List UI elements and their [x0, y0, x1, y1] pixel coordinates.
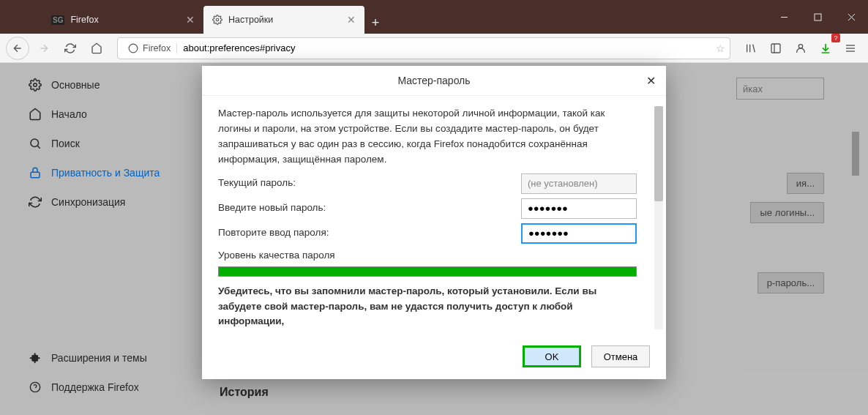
bookmark-star-icon[interactable]: ☆	[716, 42, 725, 54]
new-tab-button[interactable]: +	[364, 12, 386, 34]
menu-button[interactable]	[839, 37, 862, 60]
tab-favicon-sg: SG	[51, 15, 64, 25]
cancel-button[interactable]: Отмена	[591, 345, 650, 367]
svg-rect-2	[815, 14, 821, 20]
downloads-button[interactable]	[814, 37, 837, 60]
close-icon[interactable]: ✕	[347, 14, 356, 26]
new-password-input[interactable]	[521, 198, 637, 219]
toolbar: Firefox ☆	[0, 34, 868, 63]
master-password-dialog: Мастер-пароль ✕ Мастер-пароль использует…	[202, 66, 666, 379]
current-password-input	[521, 173, 637, 194]
close-window-button[interactable]	[834, 0, 868, 34]
sidebar-toggle-button[interactable]	[764, 37, 787, 60]
minimize-button[interactable]	[767, 0, 801, 34]
close-icon[interactable]: ✕	[646, 74, 656, 88]
dialog-footer: OK Отмена	[202, 337, 666, 379]
tab-title: Firefox	[70, 15, 98, 25]
firefox-icon	[128, 43, 138, 53]
dialog-warning: Убедитесь, что вы запомнили мастер-парол…	[218, 284, 650, 330]
dialog-description: Мастер-пароль используется для защиты не…	[218, 106, 650, 168]
dialog-scrollbar-thumb[interactable]	[654, 106, 663, 201]
quality-label: Уровень качества пароля	[218, 248, 650, 263]
new-password-label: Введите новый пароль:	[218, 201, 326, 216]
repeat-password-input[interactable]	[521, 223, 637, 244]
library-button[interactable]	[739, 37, 763, 60]
dialog-header: Мастер-пароль ✕	[202, 66, 666, 96]
forward-button[interactable]	[32, 37, 56, 60]
dialog-title: Мастер-пароль	[397, 75, 470, 86]
svg-rect-9	[771, 44, 780, 53]
repeat-password-row: Повторите ввод пароля:	[218, 223, 650, 244]
tab-title: Настройки	[228, 15, 273, 25]
content-area: йках ия... ые логины... р-пароль... Исто…	[0, 63, 868, 415]
current-password-row: Текущий пароль:	[218, 173, 650, 194]
current-password-label: Текущий пароль:	[218, 176, 296, 191]
home-button[interactable]	[85, 37, 108, 60]
repeat-password-label: Повторите ввод пароля:	[218, 225, 329, 241]
dialog-body: Мастер-пароль используется для защиты не…	[202, 96, 666, 337]
back-button[interactable]	[6, 37, 29, 60]
svg-point-0	[216, 18, 219, 21]
svg-point-5	[129, 44, 138, 53]
gear-icon	[212, 15, 222, 25]
maximize-button[interactable]	[801, 0, 834, 34]
titlebar: SG Firefox ✕ Настройки ✕ +	[0, 0, 868, 34]
svg-point-11	[798, 44, 802, 48]
svg-line-8	[753, 44, 755, 52]
tab-firefox[interactable]: SG Firefox ✕	[42, 6, 203, 34]
url-input[interactable]	[177, 42, 716, 53]
urlbar[interactable]: Firefox ☆	[117, 37, 730, 59]
urlbar-identity[interactable]: Firefox	[122, 43, 177, 53]
password-quality-meter	[218, 266, 637, 277]
account-button[interactable]	[789, 37, 812, 60]
identity-label: Firefox	[143, 43, 171, 53]
ok-button[interactable]: OK	[523, 345, 581, 367]
tab-settings[interactable]: Настройки ✕	[203, 6, 364, 34]
new-password-row: Введите новый пароль:	[218, 198, 650, 219]
window-controls	[767, 0, 868, 34]
reload-button[interactable]	[59, 37, 82, 60]
close-icon[interactable]: ✕	[186, 14, 195, 26]
